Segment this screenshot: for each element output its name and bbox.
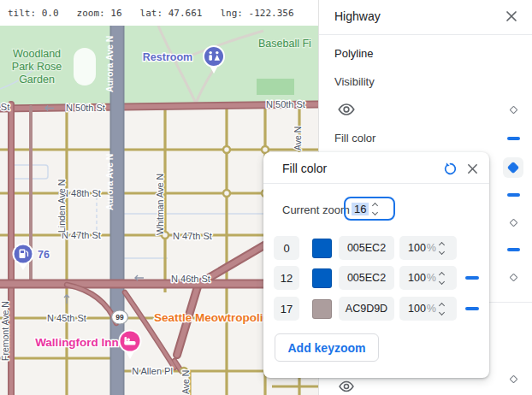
keyzoom-marker-diamond-1[interactable] — [503, 99, 523, 120]
percent-sign: % — [427, 303, 436, 315]
map-status-bar: tilt: 0.0 zoom: 16 lat: 47.661 lng: -122… — [0, 0, 318, 26]
keyzoom-marker-diamond-4[interactable] — [503, 368, 523, 389]
keyzoom-row: 17 AC9D9D 100 % — [274, 297, 457, 321]
style-panel-header: Highway — [319, 0, 532, 34]
status-tilt: tilt: 0.0 — [8, 8, 59, 19]
keyzoom-level-field[interactable]: 0 — [274, 236, 299, 260]
opacity-value[interactable]: 100 — [408, 242, 426, 254]
chevron-up-icon[interactable] — [372, 202, 378, 208]
hex-color-field[interactable]: 005EC2 — [339, 266, 394, 290]
street-label-aurora-mid: Aurora Ave N — [104, 154, 115, 210]
popup-divider — [263, 183, 489, 184]
status-lng: lng: -122.356 — [220, 8, 293, 19]
opacity-field[interactable]: 100 % — [399, 266, 457, 290]
keyzoom-level-field[interactable]: 12 — [274, 266, 299, 290]
remove-keyzoom-button[interactable] — [465, 276, 479, 280]
stepper-chevrons[interactable] — [373, 202, 377, 216]
route-shield-label: 99 — [115, 313, 124, 321]
status-zoom: zoom: 16 — [77, 8, 122, 19]
street-label-ave-n-east: Ave N — [293, 127, 303, 150]
street-label-n50th-right: N 50th St — [266, 99, 305, 109]
chevron-up-icon[interactable] — [439, 241, 445, 247]
reset-button[interactable] — [440, 158, 460, 179]
percent-sign: % — [427, 242, 436, 254]
color-swatch[interactable] — [312, 268, 332, 288]
panel-title: Highway — [334, 9, 381, 23]
chevron-down-icon[interactable] — [372, 209, 378, 215]
chevron-down-icon[interactable] — [439, 278, 445, 284]
panel-divider — [319, 34, 532, 35]
property-label-visibility: Visibility — [334, 75, 375, 88]
close-icon — [466, 162, 479, 175]
keyzoom-marker-diamond-3[interactable] — [503, 267, 523, 287]
restroom-label: Restroom — [143, 51, 192, 63]
street-label-fremont: Fremont Ave N — [0, 301, 10, 361]
visibility-toggle-2[interactable] — [336, 376, 357, 395]
current-zoom-label: Current zoom — [282, 203, 350, 216]
status-lat: lat: 47.661 — [140, 8, 203, 19]
street-label-n47th-left: N 47th St — [62, 230, 101, 240]
street-label-n-allen-pl: N Allen Pl — [132, 366, 173, 376]
street-label-n50th-frag: St — [1, 102, 9, 112]
street-label-ave-n-south: Ave N — [180, 370, 191, 394]
opacity-value[interactable]: 100 — [408, 303, 426, 315]
street-label-n47th-right: N 47th St — [173, 231, 212, 241]
opacity-value[interactable]: 100 — [408, 272, 426, 284]
visibility-toggle[interactable] — [336, 99, 357, 120]
popup-close-button[interactable] — [462, 158, 482, 179]
eye-icon — [338, 378, 355, 395]
remove-keyzoom-button[interactable] — [465, 307, 479, 310]
park-label-line2: Park Rose — [12, 61, 62, 73]
keyzoom-marker-dash-2[interactable] — [503, 185, 523, 205]
percent-sign: % — [427, 272, 436, 284]
keyzoom-level-field[interactable]: 17 — [274, 297, 299, 321]
keyzoom-row: 0 005EC2 100 % — [274, 236, 457, 260]
chevron-up-icon[interactable] — [439, 271, 445, 277]
hex-color-field[interactable]: AC9D9D — [339, 297, 394, 321]
street-label-n48th: N 48th St — [62, 188, 101, 198]
keyzoom-marker-dash-3[interactable] — [503, 239, 523, 260]
stepper-chevrons[interactable] — [440, 302, 444, 316]
opacity-field[interactable]: 100 % — [399, 297, 457, 321]
park-label-line1: Woodland — [13, 48, 61, 60]
park-label-line3: Garden — [19, 74, 55, 85]
stepper-chevrons[interactable] — [440, 241, 444, 256]
chevron-up-icon[interactable] — [439, 302, 445, 308]
color-swatch[interactable] — [312, 299, 332, 319]
hex-color-field[interactable]: 005EC2 — [339, 236, 394, 260]
street-label-linden: Linden Ave N — [56, 180, 67, 233]
section-title-polyline: Polyline — [334, 47, 374, 60]
fill-color-popup: Fill color Current zoom 16 0 005EC2 10 — [263, 152, 489, 378]
park-clearing — [74, 48, 96, 85]
keyzoom-marker-dash-1[interactable] — [503, 128, 523, 149]
current-zoom-value[interactable]: 16 — [352, 203, 369, 215]
chevron-down-icon[interactable] — [439, 248, 445, 254]
route-99-shield: 99 — [112, 310, 128, 324]
gas-station-label: 76 — [38, 249, 50, 261]
street-label-whitman: Whitman Ave N — [155, 174, 165, 235]
property-label-fill-color: Fill color — [334, 132, 375, 144]
current-zoom-stepper[interactable]: 16 — [344, 197, 395, 221]
street-label-n50th-left: N 50th St — [66, 103, 105, 113]
stepper-chevrons[interactable] — [440, 271, 444, 286]
keyzoom-marker-selected[interactable] — [503, 157, 523, 178]
cat-cafe-label: Seattle Meowtropoli — [154, 311, 263, 324]
color-swatch[interactable] — [312, 239, 332, 258]
keyzoom-row: 12 005EC2 100 % — [274, 266, 457, 290]
opacity-field[interactable]: 100 % — [399, 236, 457, 260]
baseball-field-area — [257, 79, 294, 95]
add-keyzoom-button[interactable]: Add keyzoom — [275, 333, 379, 362]
map-style-editor: tilt: 0.0 zoom: 16 lat: 47.661 lng: -122… — [0, 0, 532, 395]
keyzoom-marker-diamond-2[interactable] — [503, 212, 523, 233]
reset-icon — [443, 162, 458, 176]
inn-label: Wallingford Inn — [35, 336, 119, 349]
street-label-n45th: N 45th St — [47, 313, 86, 323]
baseball-field-label: Baseball Fi — [258, 38, 311, 50]
street-label-n46th: N 46th St — [171, 274, 210, 284]
close-icon — [505, 9, 518, 23]
eye-icon — [337, 100, 356, 119]
street-label-aurora-top: Aurora Ave N — [104, 36, 115, 92]
panel-close-button[interactable] — [501, 6, 522, 27]
popup-title: Fill color — [282, 162, 327, 175]
chevron-down-icon[interactable] — [439, 309, 445, 315]
